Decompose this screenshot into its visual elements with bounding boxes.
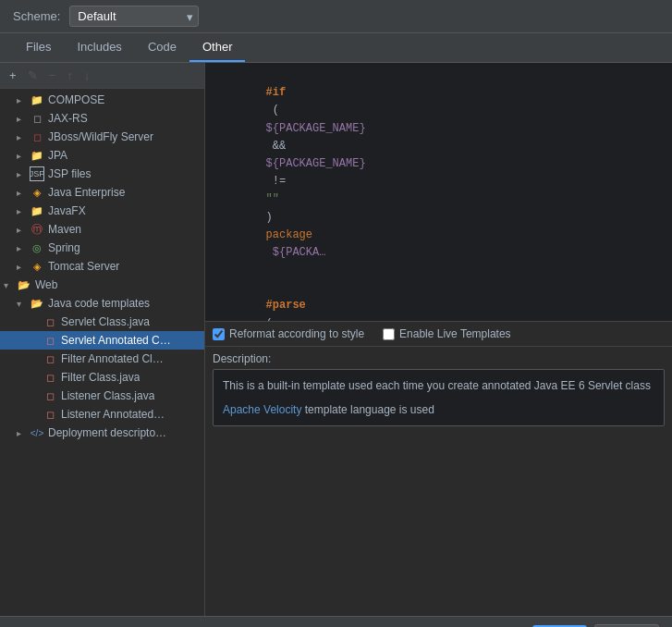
tree-label-servlet-class: Servlet Class.java xyxy=(61,315,150,328)
code-line-1: #if ( ${PACKAGE_NAME} && ${PACKAGE_NAME}… xyxy=(213,67,665,279)
scheme-select[interactable]: Default xyxy=(69,6,199,27)
tree-label-javafx: JavaFX xyxy=(48,204,86,217)
tree-item-filter-annotated[interactable]: ▸ ◻ Filter Annotated Cl… xyxy=(0,350,204,368)
tree-item-listener-class[interactable]: ▸ ◻ Listener Class.java xyxy=(0,387,204,405)
tree-label-java-enterprise: Java Enterprise xyxy=(48,186,125,199)
tree-label-maven: Maven xyxy=(48,223,81,236)
tab-code[interactable]: Code xyxy=(135,33,189,62)
code-line-2: #parse ( "File Header.java" ) xyxy=(213,279,665,322)
description-label: Description: xyxy=(213,352,665,365)
listener-class-icon: ◻ xyxy=(43,388,57,403)
move-down-button[interactable]: ↓ xyxy=(80,67,94,84)
tree-label-compose: COMPOSE xyxy=(48,93,104,106)
tree-label-java-code-templates: Java code templates xyxy=(48,297,150,310)
servlet-class-icon: ◻ xyxy=(43,314,57,329)
tree-item-servlet-annotated[interactable]: ▸ ◻ Servlet Annotated C… xyxy=(0,331,204,350)
tab-includes[interactable]: Includes xyxy=(64,33,134,62)
tree-item-web[interactable]: ▾ 📂 Web xyxy=(0,276,204,294)
listener-annotated-icon: ◻ xyxy=(43,407,57,422)
tree-arrow-compose: ▸ xyxy=(17,95,30,105)
spring-icon: ◎ xyxy=(30,240,44,255)
add-button[interactable]: + xyxy=(6,67,20,84)
java-enterprise-icon: ◈ xyxy=(30,185,44,200)
tree-item-listener-annotated[interactable]: ▸ ◻ Listener Annotated… xyxy=(0,405,204,424)
tree-item-compose[interactable]: ▸ 📁 COMPOSE xyxy=(0,91,204,109)
reformat-label[interactable]: Reformat according to style xyxy=(213,327,364,340)
live-templates-text: Enable Live Templates xyxy=(399,327,511,340)
options-row: Reformat according to style Enable Live … xyxy=(205,322,672,347)
tree-arrow-java-code-templates: ▾ xyxy=(17,299,30,309)
reformat-checkbox[interactable] xyxy=(213,328,225,340)
tree-item-javafx[interactable]: ▸ 📁 JavaFX xyxy=(0,202,204,220)
code-editor[interactable]: #if ( ${PACKAGE_NAME} && ${PACKAGE_NAME}… xyxy=(205,63,672,322)
toolbar: + ✎ − ↑ ↓ xyxy=(0,63,204,89)
top-bar: Scheme: Default xyxy=(0,0,672,33)
servlet-annotated-icon: ◻ xyxy=(43,333,57,348)
bottom-bar: OK Cancel xyxy=(0,616,672,627)
tree-label-servlet-annotated: Servlet Annotated C… xyxy=(61,334,171,347)
tree-item-filter-class[interactable]: ▸ ◻ Filter Class.java xyxy=(0,368,204,387)
tab-other[interactable]: Other xyxy=(189,33,246,62)
filter-annotated-icon: ◻ xyxy=(43,351,57,366)
tomcat-icon: ◈ xyxy=(30,259,44,274)
tree-label-tomcat: Tomcat Server xyxy=(48,260,119,273)
tab-files[interactable]: Files xyxy=(13,33,64,62)
javafx-icon: 📁 xyxy=(30,203,44,218)
tree-arrow-maven: ▸ xyxy=(17,225,30,235)
tree-label-listener-annotated: Listener Annotated… xyxy=(61,408,165,421)
tree-arrow-jpa: ▸ xyxy=(17,151,30,161)
tree-label-spring: Spring xyxy=(48,241,80,254)
reformat-text: Reformat according to style xyxy=(229,327,364,340)
java-templates-folder-icon: 📂 xyxy=(30,296,44,311)
tabs-bar: Files Includes Code Other xyxy=(0,33,672,63)
tree-label-deployment: Deployment descripto… xyxy=(48,426,166,439)
tree-label-jboss: JBoss/WildFly Server xyxy=(48,130,153,143)
edit-button[interactable]: ✎ xyxy=(24,67,42,84)
scheme-select-wrapper[interactable]: Default xyxy=(69,6,199,27)
directive-if-1: #if xyxy=(266,86,287,99)
move-up-button[interactable]: ↑ xyxy=(63,67,77,84)
filter-class-icon: ◻ xyxy=(43,370,57,385)
tree-arrow-java-enterprise: ▸ xyxy=(17,188,30,198)
maven-icon: ⓜ xyxy=(30,222,44,237)
remove-button[interactable]: − xyxy=(45,67,60,84)
tree-item-servlet-class[interactable]: ▸ ◻ Servlet Class.java xyxy=(0,313,204,331)
tree-label-filter-class: Filter Class.java xyxy=(61,371,140,384)
jpa-icon: 📁 xyxy=(30,148,44,163)
tree-label-filter-annotated: Filter Annotated Cl… xyxy=(61,352,164,365)
file-template-tree[interactable]: ▸ 📁 COMPOSE ▸ ◻ JAX-RS ▸ ◻ JBoss/WildFly… xyxy=(0,89,204,616)
tree-item-jpa[interactable]: ▸ 📁 JPA xyxy=(0,146,204,165)
description-box: This is a built-in template used each ti… xyxy=(213,369,665,426)
tree-item-spring[interactable]: ▸ ◎ Spring xyxy=(0,239,204,257)
jsp-icon: JSP xyxy=(30,166,44,181)
scheme-label: Scheme: xyxy=(13,9,60,23)
tree-item-jsp[interactable]: ▸ JSP JSP files xyxy=(0,165,204,183)
tree-item-deployment[interactable]: ▸ </> Deployment descripto… xyxy=(0,424,204,442)
deployment-icon: </> xyxy=(30,425,44,440)
tree-item-jax-rs[interactable]: ▸ ◻ JAX-RS xyxy=(0,109,204,128)
left-panel: + ✎ − ↑ ↓ ▸ 📁 COMPOSE ▸ ◻ JAX-RS ▸ ◻ xyxy=(0,63,205,616)
tree-label-listener-class: Listener Class.java xyxy=(61,389,154,402)
tree-arrow-deployment: ▸ xyxy=(17,428,30,438)
tree-arrow-jax: ▸ xyxy=(17,114,30,124)
description-text: This is a built-in template used each ti… xyxy=(223,377,654,394)
jax-icon: ◻ xyxy=(30,111,44,126)
tree-item-jboss[interactable]: ▸ ◻ JBoss/WildFly Server xyxy=(0,128,204,146)
live-templates-checkbox[interactable] xyxy=(383,328,395,340)
tree-arrow-javafx: ▸ xyxy=(17,206,30,216)
tree-label-jsp: JSP files xyxy=(48,167,91,180)
folder-icon-compose: 📁 xyxy=(30,92,44,107)
tree-item-java-enterprise[interactable]: ▸ ◈ Java Enterprise xyxy=(0,183,204,202)
description-section: Description: This is a built-in template… xyxy=(205,347,672,616)
tree-item-tomcat[interactable]: ▸ ◈ Tomcat Server xyxy=(0,257,204,276)
velocity-link[interactable]: Apache Velocity xyxy=(223,403,301,416)
jboss-icon: ◻ xyxy=(30,129,44,144)
main-content: + ✎ − ↑ ↓ ▸ 📁 COMPOSE ▸ ◻ JAX-RS ▸ ◻ xyxy=(0,63,672,616)
right-panel: #if ( ${PACKAGE_NAME} && ${PACKAGE_NAME}… xyxy=(205,63,672,616)
live-templates-label[interactable]: Enable Live Templates xyxy=(383,327,511,340)
tree-item-java-code-templates[interactable]: ▾ 📂 Java code templates xyxy=(0,294,204,313)
tree-arrow-jsp: ▸ xyxy=(17,169,30,179)
tree-label-jax: JAX-RS xyxy=(48,112,88,125)
tree-item-maven[interactable]: ▸ ⓜ Maven xyxy=(0,220,204,239)
velocity-rest: template language is used xyxy=(305,403,434,416)
